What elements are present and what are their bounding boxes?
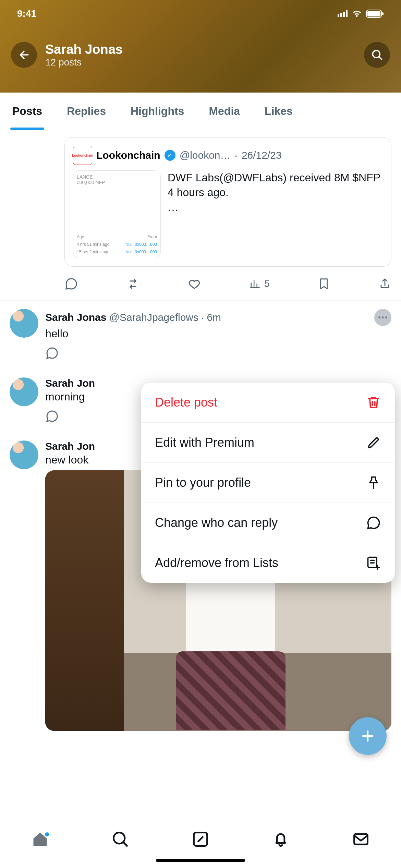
menu-label: Add/remove from Lists (155, 556, 278, 570)
tab-media[interactable]: Media (196, 93, 252, 130)
image-door (45, 470, 124, 731)
home-indicator[interactable] (156, 859, 245, 862)
heart-icon (187, 277, 201, 291)
search-icon (371, 49, 383, 61)
post-context-menu: Delete post Edit with Premium Pin to you… (141, 383, 395, 583)
avatar[interactable] (10, 441, 38, 469)
quote-card[interactable]: Lookonchain Lookonchain ✓ @lookon… · 26/… (64, 137, 391, 267)
reply-icon (45, 409, 59, 423)
nav-messages[interactable] (352, 830, 370, 848)
cellular-icon (338, 10, 348, 17)
thumb-col: From (147, 234, 157, 239)
tab-label: Highlights (131, 105, 184, 118)
menu-lists[interactable]: Add/remove from Lists (141, 543, 395, 583)
post-quoted[interactable]: Lookonchain Lookonchain ✓ @lookon… · 26/… (0, 130, 401, 301)
menu-change-reply[interactable]: Change who can reply (141, 503, 395, 543)
menu-edit-premium[interactable]: Edit with Premium (141, 423, 395, 463)
nav-row: Sarah Jonas 12 posts (0, 27, 401, 82)
reply-button[interactable] (64, 277, 78, 291)
post-author: Sarah Jon (45, 441, 95, 452)
share-button[interactable] (378, 277, 391, 290)
post-count: 12 posts (45, 57, 356, 68)
tab-label: Replies (67, 105, 106, 118)
thumb-cell: 4 hrs 51 mins ago (77, 242, 109, 247)
thumb-col: Age (77, 234, 84, 239)
search-icon (111, 830, 129, 848)
search-button[interactable] (364, 42, 390, 68)
trash-icon (366, 395, 381, 410)
arrow-left-icon (18, 49, 30, 61)
post-more-button[interactable] (374, 309, 391, 326)
svg-rect-10 (354, 834, 368, 844)
post-item[interactable]: Sarah Jonas @SarahJpageflows · 6m hello (0, 301, 401, 369)
status-right (338, 10, 384, 18)
tab-highlights[interactable]: Highlights (118, 93, 196, 130)
quote-thumbnail: LANCE 000,000 NFP AgeFrom 4 hrs 51 mins … (73, 170, 161, 258)
slash-box-icon (192, 830, 209, 848)
notification-dot (45, 832, 49, 836)
menu-label: Edit with Premium (155, 435, 254, 450)
compose-fab[interactable] (349, 717, 387, 755)
profile-name: Sarah Jonas (45, 42, 356, 57)
post-actions: 5 (64, 270, 391, 300)
menu-label: Delete post (155, 395, 217, 410)
menu-label: Pin to your profile (155, 475, 251, 490)
dot: · (235, 149, 238, 161)
views-button[interactable]: 5 (249, 278, 270, 290)
share-icon (378, 277, 391, 290)
battery-icon (366, 10, 384, 18)
thumb-text: 000,000 NFP (77, 180, 157, 185)
nav-home[interactable] (31, 830, 49, 848)
post-actions (45, 340, 391, 369)
plus-icon (360, 728, 376, 744)
quote-body: LANCE 000,000 NFP AgeFrom 4 hrs 51 mins … (73, 170, 383, 258)
reply-button[interactable] (45, 409, 59, 423)
thumb-cell: Null: 0x000…000 (125, 250, 157, 254)
thumb-text: LANCE (77, 174, 157, 180)
wifi-icon (352, 10, 362, 17)
nav-grok[interactable] (192, 830, 209, 848)
tab-label: Posts (12, 105, 42, 118)
repost-button[interactable] (126, 277, 140, 291)
bell-icon (272, 830, 290, 848)
avatar[interactable] (10, 309, 38, 338)
menu-delete-post[interactable]: Delete post (141, 383, 395, 423)
profile-tabs: Posts Replies Highlights Media Likes (0, 93, 401, 130)
bookmark-button[interactable] (317, 277, 330, 290)
profile-header: 9:41 Sarah Jonas 12 posts (0, 0, 401, 93)
pin-icon (366, 475, 381, 490)
tab-likes[interactable]: Likes (252, 93, 305, 130)
svg-rect-1 (367, 11, 380, 16)
mail-icon (352, 830, 370, 848)
reply-button[interactable] (45, 346, 59, 360)
post-author: Sarah Jon (45, 377, 95, 389)
status-bar: 9:41 (0, 0, 401, 27)
tab-posts[interactable]: Posts (0, 93, 54, 130)
bookmark-icon (317, 277, 330, 290)
svg-point-4 (378, 316, 380, 318)
avatar[interactable] (10, 377, 38, 406)
svg-point-6 (385, 316, 387, 318)
menu-pin-profile[interactable]: Pin to your profile (141, 463, 395, 503)
post-text: hello (45, 327, 391, 340)
tab-label: Media (209, 105, 240, 118)
svg-point-5 (382, 316, 384, 318)
thumb-cell: 15 hrs 2 mins ago (77, 250, 109, 254)
title-block: Sarah Jonas 12 posts (45, 42, 356, 68)
thumb-cell: Null: 0x000…000 (125, 242, 157, 247)
verified-icon: ✓ (165, 150, 175, 161)
tab-replies[interactable]: Replies (54, 93, 118, 130)
speech-icon (366, 515, 381, 530)
nav-search[interactable] (111, 830, 129, 848)
nav-notifications[interactable] (272, 830, 290, 848)
like-button[interactable] (187, 277, 201, 291)
quote-date: 26/12/23 (242, 149, 282, 161)
more-icon (378, 316, 388, 319)
back-button[interactable] (11, 42, 37, 68)
reply-icon (64, 277, 78, 291)
post-handle: @SarahJpageflows (109, 312, 198, 323)
pencil-icon (366, 435, 381, 450)
post-author: Sarah Jonas (45, 312, 106, 323)
quote-name: Lookonchain (96, 149, 160, 161)
menu-label: Change who can reply (155, 516, 278, 530)
